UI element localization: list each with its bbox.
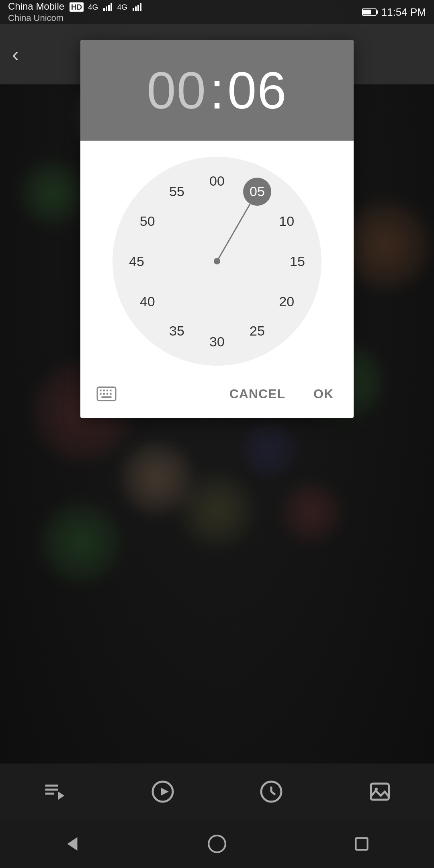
svg-rect-21 [103, 393, 105, 395]
svg-rect-17 [103, 390, 105, 391]
svg-rect-18 [106, 390, 108, 391]
dialog-button-group: CANCEL OK [221, 383, 342, 405]
ok-button[interactable]: OK [305, 383, 342, 405]
time-picker-dialog: 00 : 06 05 000510152025303540455055 [0, 0, 434, 868]
svg-rect-16 [100, 390, 101, 391]
clock-face[interactable]: 05 000510152025303540455055 [113, 157, 321, 366]
keyboard-toggle-button[interactable] [92, 382, 121, 406]
clock-center [214, 258, 220, 264]
clock-area: 05 000510152025303540455055 [80, 141, 354, 374]
keyboard-icon [96, 386, 117, 402]
svg-rect-22 [106, 393, 108, 395]
dialog-container: 00 : 06 05 000510152025303540455055 [80, 40, 354, 418]
svg-rect-19 [110, 390, 111, 391]
cancel-button[interactable]: CANCEL [221, 383, 293, 405]
svg-rect-23 [110, 393, 111, 395]
svg-rect-24 [102, 396, 112, 398]
time-colon: : [210, 64, 224, 117]
time-seconds[interactable]: 06 [227, 60, 287, 121]
time-display-header: 00 : 06 [80, 40, 354, 141]
time-minutes[interactable]: 00 [147, 60, 207, 121]
dialog-actions: CANCEL OK [80, 374, 354, 418]
clock-selected-number: 05 [243, 178, 271, 206]
svg-rect-20 [100, 393, 101, 395]
